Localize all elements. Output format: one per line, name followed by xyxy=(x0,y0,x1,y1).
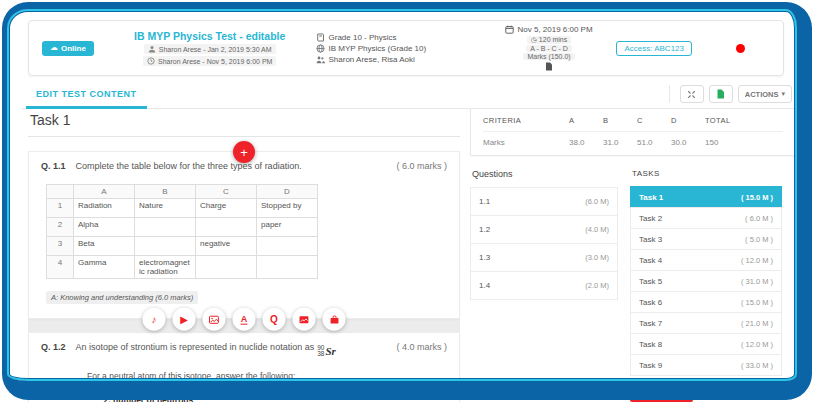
nuclide-atomic: 38 xyxy=(317,351,324,357)
online-status-badge: ☁ Online xyxy=(42,41,94,56)
task-list-item-1[interactable]: Task 1 ( 15.0 M ) xyxy=(630,186,782,208)
expand-button[interactable] xyxy=(680,85,704,103)
updated-by-chip: Sharon Arese - Nov 5, 2019 6:00 PM xyxy=(143,56,276,66)
task-list-item-3[interactable]: Task 3 ( 5.0 M ) xyxy=(630,228,782,250)
teachers-text: Sharon Arese, Risa Aoki xyxy=(329,55,415,64)
table-cell[interactable] xyxy=(257,256,318,279)
task-divider xyxy=(28,136,460,137)
row-number: 1 xyxy=(47,199,74,218)
table-cell[interactable]: Charge xyxy=(196,199,257,218)
globe-icon xyxy=(316,44,325,53)
test-header-card: ☁ Online IB MYP Physics Test - editable … xyxy=(28,20,784,76)
col-header: A xyxy=(74,185,135,199)
resources-icon[interactable] xyxy=(323,308,346,331)
task-label: Task 8 xyxy=(639,340,662,349)
question-list-item[interactable]: 1.3 (3.0 M) xyxy=(470,243,618,272)
question-list-item[interactable]: 1.2 (4.0 M) xyxy=(470,215,618,244)
duration-chip: ◷ 120 mins xyxy=(527,36,571,44)
test-title-block: IB MYP Physics Test - editable Sharon Ar… xyxy=(120,30,300,66)
add-question-button[interactable]: + xyxy=(233,141,255,163)
audio-icon[interactable]: ♪ xyxy=(143,308,166,331)
criteria-row-label: Marks xyxy=(483,138,569,147)
grade-subject-row: Grade 10 - Physics xyxy=(316,33,482,42)
row-number: 2 xyxy=(47,218,74,237)
tab-edit-test-content[interactable]: EDIT TEST CONTENT xyxy=(22,80,151,108)
course-text: IB MYP Physics (Grade 10) xyxy=(329,44,427,53)
criterion-badge: A: Knowing and understanding (6.0 marks) xyxy=(46,291,198,304)
attachment-file-icon[interactable] xyxy=(545,62,553,71)
clock-icon xyxy=(147,57,155,65)
task-list-item-7[interactable]: Task 7 ( 21.0 M ) xyxy=(630,312,782,334)
table-cell[interactable]: Nature xyxy=(135,199,196,218)
calendar-icon xyxy=(505,25,514,34)
table-cell[interactable] xyxy=(135,218,196,237)
question-icon[interactable]: Q xyxy=(263,308,286,331)
task-marks: ( 5.0 M ) xyxy=(745,235,773,244)
table-cell[interactable] xyxy=(196,218,257,237)
test-title-link[interactable]: IB MYP Physics Test - editable xyxy=(134,30,285,42)
table-cell[interactable]: Stopped by xyxy=(257,199,318,218)
sidebar-panel: CRITERIA A B C D TOTAL Marks 38.0 31.0 5… xyxy=(470,108,796,402)
question-label: 1.1 xyxy=(479,197,490,206)
task-label: Task 1 xyxy=(639,193,663,202)
table-cell[interactable] xyxy=(135,237,196,256)
task-marks: ( 31.0 M ) xyxy=(741,277,773,286)
table-cell[interactable]: Beta xyxy=(74,237,135,256)
task-list-item-4[interactable]: Task 4 ( 12.0 M ) xyxy=(630,249,782,271)
question-1-1-card: + Q. 1.1 Complete the table below for th… xyxy=(28,151,460,319)
actions-dropdown-button[interactable]: ACTIONS ▾ xyxy=(738,85,792,103)
criteria-value: 51.0 xyxy=(637,138,671,147)
task-list-item-8[interactable]: Task 8 ( 12.0 M ) xyxy=(630,333,782,355)
table-cell[interactable]: Radiation xyxy=(74,199,135,218)
green-file-icon xyxy=(716,89,725,99)
tab-action-buttons: ACTIONS ▾ xyxy=(669,85,792,103)
task-marks: ( 33.0 M ) xyxy=(741,361,773,370)
table-row: 2 Alpha paper xyxy=(47,218,318,237)
question-list-item[interactable]: 1.1 (6.0 M) xyxy=(470,187,618,216)
question-text: Complete the table below for the three t… xyxy=(76,161,387,171)
table-cell[interactable] xyxy=(196,256,257,279)
created-by-text: Sharon Arese - Jan 2, 2019 5:30 AM xyxy=(159,46,272,53)
table-cell[interactable]: electromagnetic radiation xyxy=(135,256,196,279)
table-cell[interactable] xyxy=(257,237,318,256)
users-icon xyxy=(316,55,325,64)
task-heading: Task 1 xyxy=(30,112,460,128)
tab-bar: EDIT TEST CONTENT ACTIONS ▾ xyxy=(22,80,792,109)
question-label: 1.4 xyxy=(479,281,490,290)
due-date-row: Nov 5, 2019 6:00 PM xyxy=(505,25,592,34)
table-cell[interactable]: Alpha xyxy=(74,218,135,237)
add-task-button[interactable]: ADD TASK xyxy=(630,383,693,402)
table-cell[interactable]: Gamma xyxy=(74,256,135,279)
task-list-item-6[interactable]: Task 6 ( 15.0 M ) xyxy=(630,291,782,313)
question-marks: ( 4.0 marks ) xyxy=(396,342,447,352)
video-icon[interactable]: ▶ xyxy=(173,308,196,331)
updated-by-text: Sharon Arese - Nov 5, 2019 6:00 PM xyxy=(158,58,272,65)
task-list-item-5[interactable]: Task 5 ( 31.0 M ) xyxy=(630,270,782,292)
radiation-table[interactable]: A B C D 1 Radiation Nature Charge Stoppe… xyxy=(46,184,318,279)
task-marks: ( 15.0 M ) xyxy=(741,298,773,307)
table-cell[interactable]: paper xyxy=(257,218,318,237)
task-list-item-9[interactable]: Task 9 ( 33.0 M ) xyxy=(630,354,782,376)
duration-text: 120 mins xyxy=(539,36,567,43)
gallery-icon[interactable] xyxy=(293,308,316,331)
tasks-panel: TASKS Task 1 ( 15.0 M ) Task 2 ( 6.0 M )… xyxy=(630,169,782,402)
text-icon[interactable]: A xyxy=(233,308,256,331)
criteria-header: TOTAL xyxy=(705,116,751,125)
question-marks: (2.0 M) xyxy=(585,281,609,290)
export-document-button[interactable] xyxy=(709,85,733,103)
criteria-marks-row: Marks 38.0 31.0 51.0 30.0 150 xyxy=(483,138,783,147)
cloud-icon: ☁ xyxy=(50,44,58,52)
question-marks: (4.0 M) xyxy=(585,225,609,234)
question-marks: (3.0 M) xyxy=(585,253,609,262)
schedule-block: Nov 5, 2019 6:00 PM ◷ 120 mins A - B - C… xyxy=(482,25,617,71)
criteria-header: C xyxy=(637,116,671,125)
task-list-item-2[interactable]: Task 2 ( 6.0 M ) xyxy=(630,207,782,229)
table-header-row: A B C D xyxy=(47,185,318,199)
list-item: number of electrons xyxy=(113,384,447,394)
criteria-value: 150 xyxy=(705,138,751,147)
question-body-text: For a neutral atom of this isotope, answ… xyxy=(87,371,447,381)
image-icon[interactable] xyxy=(203,308,226,331)
table-row: 3 Beta negative xyxy=(47,237,318,256)
table-cell[interactable]: negative xyxy=(196,237,257,256)
question-list-item[interactable]: 1.4 (2.0 M) xyxy=(470,271,618,300)
